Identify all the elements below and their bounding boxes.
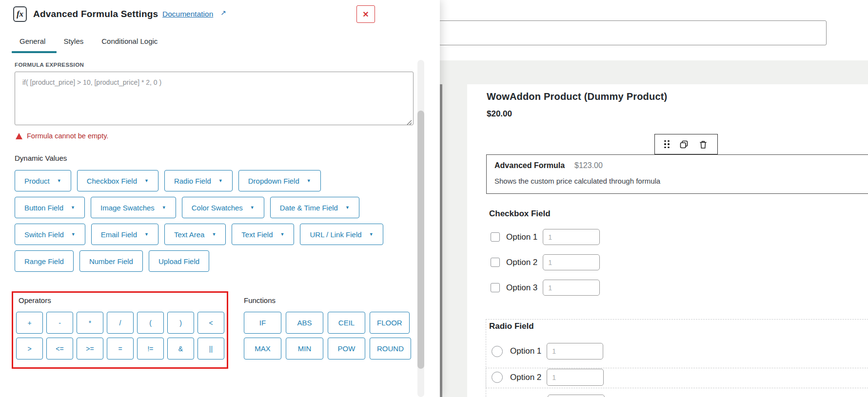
dynamic-value-text-area[interactable]: Text Area▼ [164, 224, 226, 245]
operator-plus[interactable]: + [16, 312, 43, 334]
formula-error: Formula cannot be empty. [16, 132, 108, 140]
dynamic-value-color-swatches[interactable]: Color Swatches▼ [182, 197, 264, 218]
page-background-band [440, 60, 868, 84]
screen: WowAddon Product (Dummy Product) $20.00 [0, 0, 868, 397]
advanced-formula-price: $123.00 [574, 161, 603, 170]
chevron-down-icon: ▼ [57, 178, 61, 183]
function-min[interactable]: MIN [286, 338, 323, 359]
dynamic-values-row: Product▼ Checkbox Field▼ Radio Field▼ Dr… [15, 170, 321, 191]
operator-greater-than[interactable]: > [16, 338, 43, 359]
function-ceil[interactable]: CEIL [328, 312, 365, 334]
option-quantity-input[interactable] [543, 254, 600, 270]
chevron-down-icon: ▼ [144, 178, 149, 183]
operator-or[interactable]: || [197, 338, 224, 359]
checkbox-input[interactable] [491, 258, 500, 267]
checkbox-option-row: Option 3 [491, 280, 600, 296]
tab-styles[interactable]: Styles [63, 37, 83, 45]
checkbox-input[interactable] [491, 283, 500, 292]
dynamic-value-url-link-field[interactable]: URL / Link Field▼ [300, 224, 383, 245]
function-abs[interactable]: ABS [286, 312, 323, 334]
chevron-down-icon: ▼ [307, 178, 311, 183]
radio-option-row: Option 1 [492, 343, 603, 359]
dynamic-value-product[interactable]: Product▼ [15, 170, 71, 191]
functions-row: MAX MIN POW ROUND [244, 338, 411, 359]
dynamic-value-text-field[interactable]: Text Field▼ [232, 224, 294, 245]
functions-label: Functions [244, 296, 276, 304]
operator-not-equal[interactable]: != [137, 338, 164, 359]
dynamic-value-range-field[interactable]: Range Field [15, 250, 74, 272]
function-floor[interactable]: FLOOR [370, 312, 410, 334]
chevron-down-icon: ▼ [345, 205, 350, 210]
advanced-formula-title: Advanced Formula [494, 161, 565, 170]
operator-divide[interactable]: / [107, 312, 134, 334]
functions-row: IF ABS CEIL FLOOR [244, 312, 410, 334]
operator-less-equal[interactable]: <= [46, 338, 73, 359]
operators-row: + - * / ( ) < [16, 312, 224, 334]
option-label: Option 2 [506, 258, 537, 267]
dynamic-value-dropdown-field[interactable]: Dropdown Field▼ [238, 170, 321, 191]
operator-minus[interactable]: - [46, 312, 73, 334]
chevron-down-icon: ▼ [71, 205, 75, 210]
dynamic-value-image-swatches[interactable]: Image Swatches▼ [91, 197, 176, 218]
option-quantity-input[interactable] [543, 229, 600, 245]
formula-expression-textarea[interactable] [15, 72, 414, 125]
operator-and[interactable]: & [167, 338, 194, 359]
radio-field-heading: Radio Field [489, 321, 534, 331]
dynamic-value-radio-field[interactable]: Radio Field▼ [164, 170, 233, 191]
dynamic-value-switch-field[interactable]: Switch Field▼ [15, 224, 85, 245]
radio-input[interactable] [492, 346, 503, 357]
dynamic-value-date-time-field[interactable]: Date & Time Field▼ [270, 197, 359, 218]
function-max[interactable]: MAX [244, 338, 281, 359]
product-title: WowAddon Product (Dummy Product) [487, 91, 667, 102]
product-price: $20.00 [487, 109, 512, 119]
documentation-link[interactable]: Documentation [162, 10, 213, 19]
page-top-input[interactable] [439, 20, 827, 45]
preview-scrollbar[interactable] [440, 84, 442, 397]
option-quantity-input[interactable] [547, 369, 604, 386]
radio-input[interactable] [492, 372, 503, 383]
option-quantity-input-partial[interactable] [548, 395, 605, 397]
operator-equal[interactable]: = [107, 338, 134, 359]
function-pow[interactable]: POW [328, 338, 365, 359]
dynamic-value-number-field[interactable]: Number Field [79, 250, 143, 272]
drag-handle-icon[interactable] [664, 140, 670, 149]
operators-row: > <= >= = != & || [16, 338, 224, 359]
checkbox-input[interactable] [491, 232, 500, 242]
checkbox-field-heading: Checkbox Field [489, 209, 551, 219]
checkbox-option-row: Option 1 [491, 229, 600, 245]
chevron-down-icon: ▼ [280, 232, 285, 237]
option-label: Option 1 [506, 232, 537, 242]
duplicate-icon[interactable] [679, 139, 689, 150]
formula-fx-icon: fx [13, 6, 27, 22]
option-label: Option 3 [506, 283, 537, 293]
operator-less-than[interactable]: < [197, 312, 224, 334]
external-link-icon[interactable]: ↗ [220, 9, 226, 17]
tab-bar: General Styles Conditional Logic [20, 37, 158, 45]
operator-multiply[interactable]: * [77, 312, 103, 334]
modal-title: Advanced Formula Settings [33, 9, 158, 19]
chevron-down-icon: ▼ [212, 232, 216, 237]
function-round[interactable]: ROUND [370, 338, 411, 359]
chevron-down-icon: ▼ [162, 205, 166, 210]
block-toolbar [654, 134, 718, 154]
dynamic-value-button-field[interactable]: Button Field▼ [15, 197, 85, 218]
option-label: Option 2 [510, 373, 541, 382]
active-tab-underline [12, 51, 57, 53]
dynamic-values-row: Switch Field▼ Email Field▼ Text Area▼ Te… [15, 224, 383, 245]
chevron-down-icon: ▼ [218, 178, 223, 183]
function-if[interactable]: IF [244, 312, 281, 334]
option-quantity-input[interactable] [543, 280, 600, 296]
operator-close-paren[interactable]: ) [167, 312, 194, 334]
operator-open-paren[interactable]: ( [137, 312, 164, 334]
operator-greater-equal[interactable]: >= [77, 338, 103, 359]
dynamic-value-checkbox-field[interactable]: Checkbox Field▼ [77, 170, 158, 191]
close-button[interactable]: ✕ [356, 5, 375, 23]
dynamic-value-email-field[interactable]: Email Field▼ [91, 224, 158, 245]
dynamic-value-upload-field[interactable]: Upload Field [149, 250, 209, 272]
modal-scrollbar-thumb[interactable] [417, 111, 424, 369]
trash-icon[interactable] [698, 139, 708, 150]
advanced-formula-block[interactable]: Advanced Formula $123.00 Shows the custo… [486, 154, 868, 194]
tab-conditional-logic[interactable]: Conditional Logic [101, 37, 158, 45]
tab-general[interactable]: General [20, 37, 45, 45]
option-quantity-input[interactable] [547, 343, 603, 359]
